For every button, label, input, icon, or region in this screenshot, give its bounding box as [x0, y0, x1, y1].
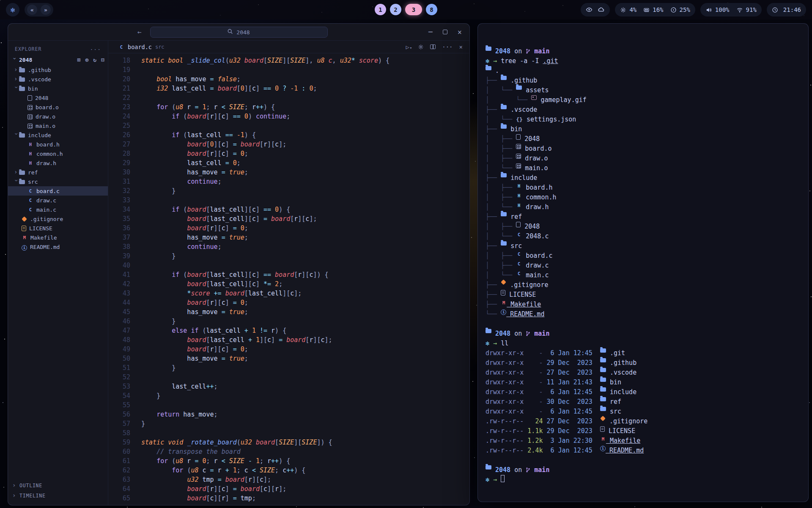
terminal-link[interactable]: ├──	[486, 242, 501, 250]
explorer-item-ref[interactable]: ›ref	[8, 168, 108, 177]
c-icon: C	[27, 206, 33, 213]
workspace-2[interactable]: 2	[390, 4, 401, 15]
new-folder-button[interactable]: ⊕	[85, 57, 89, 63]
terminal-line: .rw-r--r-- 24 27 Dec 2023 .gitignore	[486, 417, 808, 426]
terminal-link[interactable]: │ ├──	[486, 135, 516, 143]
outline-panel-header[interactable]: › OUTLINE	[8, 480, 108, 491]
maximize-button[interactable]	[443, 29, 447, 36]
terminal-link[interactable]: │ ├──	[486, 262, 516, 269]
terminal-link[interactable]: └──	[486, 310, 501, 318]
explorer-item-.gitignore[interactable]: .gitignore	[8, 214, 108, 224]
terminal-link[interactable]: │ └──	[486, 271, 516, 279]
terminal-link[interactable]: ├──	[486, 106, 501, 113]
code-line: 51 }	[108, 363, 469, 373]
terminal-link[interactable]: │ ├──	[486, 155, 516, 162]
terminal-text: -	[524, 349, 543, 357]
terminal-link[interactable]: ├──	[486, 213, 501, 221]
terminal-link[interactable]: │ └──	[486, 232, 516, 240]
folder-icon	[19, 132, 25, 138]
indicator-pill[interactable]	[581, 3, 610, 17]
line-number: 18	[108, 56, 130, 65]
terminal-text: 6 Jan 12:45	[543, 388, 592, 396]
explorer-item-draw.h[interactable]: Hdraw.h	[8, 158, 108, 168]
workspace-3-active[interactable]: 3	[405, 4, 422, 15]
more-actions-button[interactable]: ···	[442, 44, 453, 50]
h-icon: H	[27, 160, 33, 166]
run-code-button[interactable]: ▷▾	[406, 44, 411, 50]
terminal-line: │ └── C main.c	[486, 271, 808, 280]
explorer-item-main.c[interactable]: Cmain.c	[8, 205, 108, 214]
terminal-link[interactable]: │ └──	[486, 203, 516, 211]
explorer-item-.vscode[interactable]: ›.vscode	[8, 75, 108, 84]
explorer-item-bin[interactable]: ›bin	[8, 84, 108, 93]
explorer-item-draw.c[interactable]: Cdraw.c	[8, 196, 108, 205]
terminal-link[interactable]: │ ├──	[486, 193, 516, 201]
editor-settings-button[interactable]	[418, 44, 424, 50]
terminal-text: -	[524, 398, 543, 406]
code-editor[interactable]: 18static bool _slide_col(u32 board[SIZE]…	[108, 53, 469, 505]
explorer-item-common.h[interactable]: Hcommon.h	[8, 149, 108, 158]
terminal-link[interactable]: │ ├──	[486, 145, 516, 152]
terminal-line: 2048 on main	[486, 465, 808, 475]
explorer-item-README.md[interactable]: iREADME.md	[8, 242, 108, 251]
terminal-link[interactable]: README.md	[506, 310, 544, 318]
command-center-search[interactable]: 2048	[150, 27, 328, 38]
explorer-item-Makefile[interactable]: MMakefile	[8, 233, 108, 242]
terminal-link[interactable]: README.md	[606, 447, 644, 454]
resource-monitor-pill[interactable]: 4% 16% 25%	[615, 3, 695, 17]
explorer-item-2048[interactable]: 2048	[8, 93, 108, 102]
terminal-link[interactable]: │ └──	[486, 164, 516, 172]
close-window-button[interactable]: ×	[458, 29, 462, 36]
workspace-1[interactable]: 1	[375, 4, 386, 15]
explorer-item-src[interactable]: ›src	[8, 177, 108, 186]
explorer-more-actions-button[interactable]: ···	[90, 46, 101, 52]
tab-board-c[interactable]: C board.c src	[112, 41, 170, 53]
terminal-link[interactable]: ├──	[486, 125, 501, 133]
terminal-link[interactable]: │ ├──	[486, 184, 516, 191]
line-number: 61	[108, 456, 130, 466]
terminal-link[interactable]: ├──	[486, 174, 501, 182]
terminal-link[interactable]: .git	[543, 57, 558, 65]
code-line: 40	[108, 261, 469, 270]
terminal-link[interactable]: │ └──	[486, 116, 516, 123]
minimize-button[interactable]: ─	[428, 29, 433, 36]
vscode-titlebar: ← → 2048 ─ ×	[8, 24, 469, 41]
new-file-button[interactable]: ⊞	[77, 57, 81, 63]
terminal-link[interactable]: ├──	[486, 281, 501, 289]
close-editor-button[interactable]: ×	[459, 44, 463, 50]
media-next-button[interactable]: »	[41, 5, 51, 15]
audio-network-pill[interactable]: 100% 91%	[700, 3, 762, 17]
explorer-item-board.h[interactable]: Hboard.h	[8, 140, 108, 149]
timeline-panel-header[interactable]: › TIMELINE	[8, 491, 108, 501]
explorer-item-draw.o[interactable]: draw.o	[8, 112, 108, 121]
terminal-link[interactable]: Makefile	[507, 301, 541, 308]
media-previous-button[interactable]: «	[27, 5, 37, 15]
explorer-item-include[interactable]: ›include	[8, 130, 108, 140]
explorer-item-board.c[interactable]: Cboard.c	[8, 186, 108, 196]
split-editor-button[interactable]	[430, 44, 436, 49]
terminal-window[interactable]: 2048 on main✻ → tree -a -I .git .├── .gi…	[477, 23, 809, 502]
explorer-item-board.o[interactable]: board.o	[8, 102, 108, 112]
terminal-link[interactable]: ├──	[486, 291, 501, 298]
explorer-root-folder[interactable]: › 2048 ⊞ ⊕ ↻ ⊟	[8, 54, 108, 65]
terminal-link[interactable]: │ └──	[486, 96, 531, 104]
branch-icon	[526, 329, 530, 339]
terminal-link[interactable]: ├──	[486, 77, 501, 84]
launcher-button[interactable]: ✻	[6, 3, 19, 17]
terminal-line: drwxr-xr-x - 6 Jan 12:45 .git	[486, 348, 808, 358]
terminal-text: LICENSE	[605, 427, 635, 435]
terminal-link[interactable]: │ └──	[486, 86, 516, 94]
refresh-explorer-button[interactable]: ↻	[93, 57, 96, 63]
workspace-8[interactable]: 8	[426, 4, 437, 15]
navigate-back-button[interactable]: ←	[137, 28, 142, 36]
explorer-item-.github[interactable]: ›.github	[8, 65, 108, 75]
terminal-text: common.h	[522, 193, 556, 201]
terminal-link[interactable]: Makefile	[606, 437, 640, 444]
explorer-item-LICENSE[interactable]: LICENSE	[8, 224, 108, 233]
terminal-link[interactable]: │ ├──	[486, 252, 516, 260]
clock-pill[interactable]: 21:46	[767, 3, 806, 17]
collapse-folders-button[interactable]: ⊟	[101, 57, 104, 63]
terminal-link[interactable]: │ ├──	[486, 223, 516, 230]
explorer-item-main.o[interactable]: main.o	[8, 121, 108, 130]
terminal-link[interactable]: ├──	[486, 301, 501, 308]
